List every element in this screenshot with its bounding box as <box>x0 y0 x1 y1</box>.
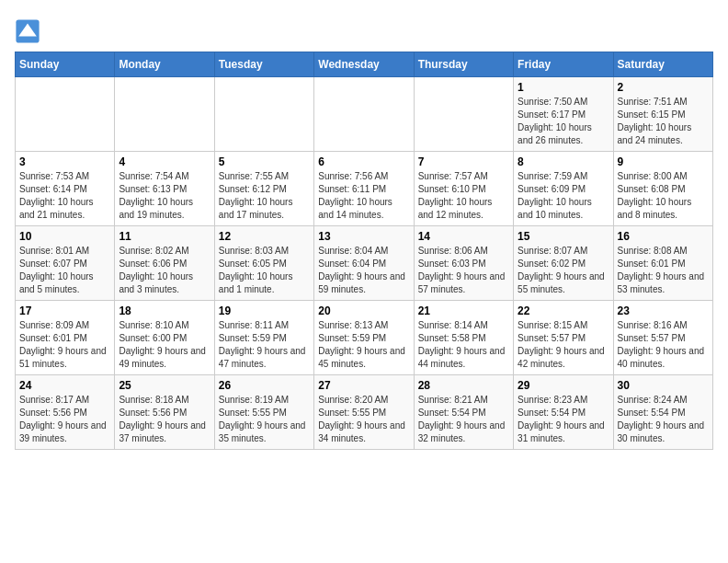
day-info: Sunrise: 8:03 AM Sunset: 6:05 PM Dayligh… <box>219 245 310 296</box>
day-info: Sunrise: 7:50 AM Sunset: 6:17 PM Dayligh… <box>518 96 609 147</box>
day-header-sunday: Sunday <box>16 52 115 77</box>
day-info: Sunrise: 8:04 AM Sunset: 6:04 PM Dayligh… <box>318 245 409 296</box>
day-number: 17 <box>19 304 110 317</box>
calendar-cell: 2Sunrise: 7:51 AM Sunset: 6:15 PM Daylig… <box>613 77 712 152</box>
day-number: 18 <box>119 304 210 317</box>
calendar-cell: 29Sunrise: 8:23 AM Sunset: 5:54 PM Dayli… <box>514 375 613 450</box>
day-info: Sunrise: 7:53 AM Sunset: 6:14 PM Dayligh… <box>19 170 110 222</box>
day-number: 27 <box>318 379 409 392</box>
calendar-cell: 16Sunrise: 8:08 AM Sunset: 6:01 PM Dayli… <box>613 226 712 301</box>
day-number: 7 <box>418 155 509 168</box>
day-info: Sunrise: 8:01 AM Sunset: 6:07 PM Dayligh… <box>19 245 110 296</box>
day-number: 16 <box>618 230 709 243</box>
calendar-week-row: 24Sunrise: 8:17 AM Sunset: 5:56 PM Dayli… <box>16 375 713 450</box>
calendar-week-row: 17Sunrise: 8:09 AM Sunset: 6:01 PM Dayli… <box>16 301 713 375</box>
day-number: 2 <box>618 81 709 94</box>
calendar-table: SundayMondayTuesdayWednesdayThursdayFrid… <box>15 52 713 450</box>
calendar-cell: 30Sunrise: 8:24 AM Sunset: 5:54 PM Dayli… <box>613 375 712 450</box>
logo-icon <box>15 18 40 44</box>
calendar-week-row: 10Sunrise: 8:01 AM Sunset: 6:07 PM Dayli… <box>16 226 713 301</box>
calendar-cell: 26Sunrise: 8:19 AM Sunset: 5:55 PM Dayli… <box>214 375 313 450</box>
day-number: 25 <box>119 379 210 392</box>
day-info: Sunrise: 8:02 AM Sunset: 6:06 PM Dayligh… <box>119 245 210 296</box>
day-info: Sunrise: 8:07 AM Sunset: 6:02 PM Dayligh… <box>518 245 609 296</box>
day-info: Sunrise: 7:59 AM Sunset: 6:09 PM Dayligh… <box>518 170 609 222</box>
day-header-saturday: Saturday <box>613 52 712 77</box>
header <box>15 15 713 44</box>
day-number: 1 <box>518 81 609 94</box>
calendar-cell: 10Sunrise: 8:01 AM Sunset: 6:07 PM Dayli… <box>16 226 115 301</box>
day-number: 23 <box>618 304 709 317</box>
calendar-cell: 5Sunrise: 7:55 AM Sunset: 6:12 PM Daylig… <box>214 152 313 226</box>
calendar-cell: 14Sunrise: 8:06 AM Sunset: 6:03 PM Dayli… <box>414 226 513 301</box>
day-info: Sunrise: 8:13 AM Sunset: 5:59 PM Dayligh… <box>318 319 409 371</box>
calendar-cell: 23Sunrise: 8:16 AM Sunset: 5:57 PM Dayli… <box>613 301 712 375</box>
calendar-cell: 28Sunrise: 8:21 AM Sunset: 5:54 PM Dayli… <box>414 375 513 450</box>
calendar-cell: 1Sunrise: 7:50 AM Sunset: 6:17 PM Daylig… <box>514 77 613 152</box>
calendar-cell: 22Sunrise: 8:15 AM Sunset: 5:57 PM Dayli… <box>514 301 613 375</box>
day-info: Sunrise: 8:09 AM Sunset: 6:01 PM Dayligh… <box>19 319 110 371</box>
day-number: 10 <box>19 230 110 243</box>
day-number: 14 <box>418 230 509 243</box>
day-number: 15 <box>518 230 609 243</box>
day-number: 13 <box>318 230 409 243</box>
day-number: 5 <box>219 155 310 168</box>
day-header-monday: Monday <box>115 52 214 77</box>
calendar-cell: 17Sunrise: 8:09 AM Sunset: 6:01 PM Dayli… <box>16 301 115 375</box>
day-header-thursday: Thursday <box>414 52 513 77</box>
calendar-cell <box>314 77 414 152</box>
day-header-tuesday: Tuesday <box>214 52 313 77</box>
day-info: Sunrise: 8:21 AM Sunset: 5:54 PM Dayligh… <box>418 394 509 445</box>
day-info: Sunrise: 8:06 AM Sunset: 6:03 PM Dayligh… <box>418 245 509 296</box>
calendar-cell: 25Sunrise: 8:18 AM Sunset: 5:56 PM Dayli… <box>115 375 214 450</box>
day-info: Sunrise: 8:00 AM Sunset: 6:08 PM Dayligh… <box>618 170 709 222</box>
calendar-cell: 27Sunrise: 8:20 AM Sunset: 5:55 PM Dayli… <box>314 375 414 450</box>
day-header-wednesday: Wednesday <box>314 52 414 77</box>
calendar-cell: 19Sunrise: 8:11 AM Sunset: 5:59 PM Dayli… <box>214 301 313 375</box>
logo <box>15 18 44 44</box>
day-number: 30 <box>618 379 709 392</box>
day-number: 11 <box>119 230 210 243</box>
calendar-cell: 7Sunrise: 7:57 AM Sunset: 6:10 PM Daylig… <box>414 152 513 226</box>
calendar-cell: 6Sunrise: 7:56 AM Sunset: 6:11 PM Daylig… <box>314 152 414 226</box>
calendar-cell: 13Sunrise: 8:04 AM Sunset: 6:04 PM Dayli… <box>314 226 414 301</box>
day-info: Sunrise: 8:15 AM Sunset: 5:57 PM Dayligh… <box>518 319 609 371</box>
day-info: Sunrise: 8:17 AM Sunset: 5:56 PM Dayligh… <box>19 394 110 445</box>
calendar-cell: 4Sunrise: 7:54 AM Sunset: 6:13 PM Daylig… <box>115 152 214 226</box>
day-info: Sunrise: 8:20 AM Sunset: 5:55 PM Dayligh… <box>318 394 409 445</box>
calendar-cell: 8Sunrise: 7:59 AM Sunset: 6:09 PM Daylig… <box>514 152 613 226</box>
calendar-cell: 11Sunrise: 8:02 AM Sunset: 6:06 PM Dayli… <box>115 226 214 301</box>
day-info: Sunrise: 8:23 AM Sunset: 5:54 PM Dayligh… <box>518 394 609 445</box>
calendar-week-row: 3Sunrise: 7:53 AM Sunset: 6:14 PM Daylig… <box>16 152 713 226</box>
calendar-cell <box>16 77 115 152</box>
day-number: 28 <box>418 379 509 392</box>
calendar-cell: 21Sunrise: 8:14 AM Sunset: 5:58 PM Dayli… <box>414 301 513 375</box>
calendar-cell: 24Sunrise: 8:17 AM Sunset: 5:56 PM Dayli… <box>16 375 115 450</box>
day-info: Sunrise: 7:51 AM Sunset: 6:15 PM Dayligh… <box>618 96 709 147</box>
day-number: 26 <box>219 379 310 392</box>
calendar-cell: 18Sunrise: 8:10 AM Sunset: 6:00 PM Dayli… <box>115 301 214 375</box>
day-number: 9 <box>618 155 709 168</box>
calendar-cell: 9Sunrise: 8:00 AM Sunset: 6:08 PM Daylig… <box>613 152 712 226</box>
calendar-cell <box>214 77 313 152</box>
day-number: 29 <box>518 379 609 392</box>
day-number: 21 <box>418 304 509 317</box>
day-info: Sunrise: 8:08 AM Sunset: 6:01 PM Dayligh… <box>618 245 709 296</box>
day-info: Sunrise: 8:18 AM Sunset: 5:56 PM Dayligh… <box>119 394 210 445</box>
day-number: 24 <box>19 379 110 392</box>
day-number: 12 <box>219 230 310 243</box>
calendar-header-row: SundayMondayTuesdayWednesdayThursdayFrid… <box>16 52 713 77</box>
day-number: 19 <box>219 304 310 317</box>
calendar-cell: 12Sunrise: 8:03 AM Sunset: 6:05 PM Dayli… <box>214 226 313 301</box>
day-number: 4 <box>119 155 210 168</box>
day-info: Sunrise: 7:57 AM Sunset: 6:10 PM Dayligh… <box>418 170 509 222</box>
calendar-cell <box>115 77 214 152</box>
day-info: Sunrise: 8:16 AM Sunset: 5:57 PM Dayligh… <box>618 319 709 371</box>
day-number: 20 <box>318 304 409 317</box>
calendar-cell: 3Sunrise: 7:53 AM Sunset: 6:14 PM Daylig… <box>16 152 115 226</box>
calendar-cell <box>414 77 513 152</box>
calendar-cell: 20Sunrise: 8:13 AM Sunset: 5:59 PM Dayli… <box>314 301 414 375</box>
day-info: Sunrise: 8:11 AM Sunset: 5:59 PM Dayligh… <box>219 319 310 371</box>
day-header-friday: Friday <box>514 52 613 77</box>
day-info: Sunrise: 7:54 AM Sunset: 6:13 PM Dayligh… <box>119 170 210 222</box>
